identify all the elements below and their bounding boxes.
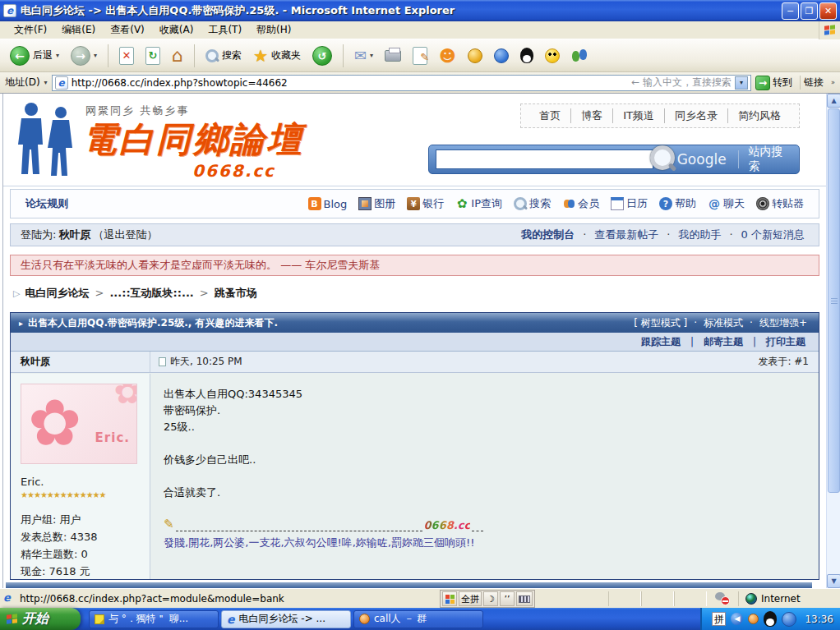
msn-button[interactable] [568,47,591,65]
nav-it-channel[interactable]: IT频道 [612,108,664,123]
tool-members[interactable]: 会员 [562,196,599,211]
new-posts-link[interactable]: 查看最新帖子 [579,228,662,242]
tool-search[interactable]: 搜索 [514,196,551,211]
menu-tools[interactable]: 工具(T) [201,21,249,39]
links-chevron-icon[interactable]: » [831,79,835,86]
tray-qq-penguin-icon[interactable] [764,611,777,627]
print-topic-link[interactable]: 打印主题 [748,335,810,349]
track-topic-link[interactable]: 跟踪主题 [636,335,685,349]
edit-button[interactable]: ✎ [409,45,431,67]
forward-dropdown-icon[interactable]: ▾ [94,52,97,59]
history-button[interactable]: ↺ [309,44,335,67]
tool-album[interactable]: 图册 [358,196,395,211]
gold-tool-button[interactable] [464,47,486,65]
back-button[interactable]: ← 后退 ▾ [7,44,62,67]
ime-punct-button[interactable]: ’’ [500,591,515,606]
favorites-button[interactable]: ★ 收藏夹 [250,46,304,66]
close-button[interactable]: ✕ [819,2,837,20]
my-assistant-link[interactable]: 我的助手 [662,228,725,242]
tool-ip-lookup[interactable]: ✿IP查询 [455,196,502,211]
qq-button[interactable] [517,46,537,65]
crumb-forum[interactable]: 电白同乡论坛 [25,286,89,301]
post-number[interactable]: 发表于: #1 [758,355,819,369]
ime-language-bar[interactable]: 全拼 ☽ ’’ [440,590,535,608]
nav-simple-style[interactable]: 简约风格 [727,108,791,123]
nav-blog[interactable]: 博客 [570,108,612,123]
my-controls-link[interactable]: 我的控制台 [517,228,579,242]
pencil-icon: ✎ [164,517,174,531]
post-header-row: 秋叶原 昨天, 10:25 PM 发表于: #1 [11,352,819,373]
ime-keyboard-icon[interactable] [516,591,533,606]
search-input[interactable] [436,149,653,169]
menu-file[interactable]: 文件(F) [7,21,54,39]
standard-mode-link[interactable]: 标准模式 [690,316,746,330]
crumb-board[interactable]: 跳蚤市场 [194,286,257,301]
start-button[interactable]: 开始 [0,608,81,630]
mail-icon: ✉ [354,48,367,63]
address-input[interactable]: e http://0668.cc/index.php?showtopic=446… [52,75,751,91]
windows-flag-icon [7,614,18,624]
site-search-button[interactable]: 站内搜索 [749,145,792,174]
menu-edit[interactable]: 编辑(E) [54,21,103,39]
ime-mode-button[interactable]: 全拼 [459,591,482,606]
maximize-button[interactable]: ❐ [801,2,818,20]
tool-calendar[interactable]: 日历 [611,196,648,211]
links-label[interactable]: 链接 [800,76,827,90]
ime-input-icon[interactable] [442,591,457,606]
ime-fullwidth-icon[interactable]: ☽ [483,591,498,606]
messenger-button[interactable]: ☻ [436,46,459,66]
nav-directory[interactable]: 同乡名录 [664,108,727,123]
tree-mode-link[interactable]: [ 树型模式 ] [630,316,690,330]
task-ie-forum[interactable]: e 电白同乡论坛 -> ... [221,610,351,628]
refresh-button[interactable]: ↻ [142,45,164,67]
address-label-caret[interactable]: ▾ [44,79,48,86]
scrollbar-thumb[interactable] [828,108,840,493]
post-author[interactable]: 秋叶原 [11,352,150,372]
home-button[interactable]: ⌂ [168,45,187,67]
tray-qq-face-icon[interactable] [748,614,759,624]
forward-button[interactable]: → ▾ [67,44,100,67]
tray-collapse-icon[interactable]: ◀ [731,613,743,625]
title-bar[interactable]: e 电白同乡论坛 -> 出售本人自用QQ.带密码保护.25级. - Micros… [0,0,840,21]
tray-blue-app-icon[interactable] [782,612,796,627]
tool-chat[interactable]: @聊天 [708,196,745,211]
tool-bank[interactable]: ¥银行 [407,196,444,211]
linear-mode-link[interactable]: 线型增强+ [746,316,810,330]
tool-help[interactable]: ?帮助 [659,196,696,211]
stop-button[interactable]: ✕ [116,45,137,67]
scroll-up-arrow[interactable]: ▲ [827,94,840,108]
album-icon [358,197,372,210]
dashed-line [472,523,483,531]
search-button[interactable]: 搜索 [202,47,245,64]
address-url[interactable]: http://0668.cc/index.php?showtopic=44662 [72,77,629,89]
go-button[interactable]: → 转到 [755,76,792,90]
print-button[interactable] [381,48,404,63]
scroll-down-arrow[interactable]: ▼ [827,574,840,588]
site-logo-title[interactable]: 電白同鄉論壇 [82,117,304,163]
tool-repost[interactable]: 转贴器 [756,196,804,211]
tray-ime-indicator[interactable]: 拼 [712,612,726,626]
task-qq-chat[interactable]: 与 °．獨特＂ 聊... [89,610,219,628]
tool-blog[interactable]: BBlog [308,197,348,210]
smiley-tool-button[interactable] [542,47,563,65]
minimize-button[interactable]: − [782,2,799,20]
vertical-scrollbar[interactable]: ▲ ▼ [826,94,840,588]
menu-favorites[interactable]: 收藏(A) [152,21,201,39]
crumb-section[interactable]: ...::互动版块::... [89,286,193,301]
menu-help[interactable]: 帮助(H) [249,21,298,39]
mail-button[interactable]: ✉▾ [351,47,376,65]
menu-view[interactable]: 查看(V) [103,21,152,39]
new-messages-link[interactable]: 0 个新短消息 [725,228,809,242]
address-dropdown-icon[interactable]: ▾ [735,76,748,90]
forum-rules-link[interactable]: 论坛规则 [25,196,68,211]
nav-home[interactable]: 首页 [529,108,570,123]
back-dropdown-icon[interactable]: ▾ [56,52,59,59]
email-topic-link[interactable]: 邮寄主题 [685,335,748,349]
breadcrumb: ▷ 电白同乡论坛 ...::互动版块::... 跳蚤市场 [13,286,257,301]
globe-tool-button[interactable] [491,47,512,65]
logout-link[interactable]: （退出登陆） [93,228,157,242]
google-search-button[interactable]: Google [677,151,727,168]
task-qq-group[interactable]: call人 － 群 [353,610,483,628]
login-username[interactable]: 秋叶原 [58,228,90,242]
breadcrumb-arrow-icon: ▷ [13,288,20,299]
